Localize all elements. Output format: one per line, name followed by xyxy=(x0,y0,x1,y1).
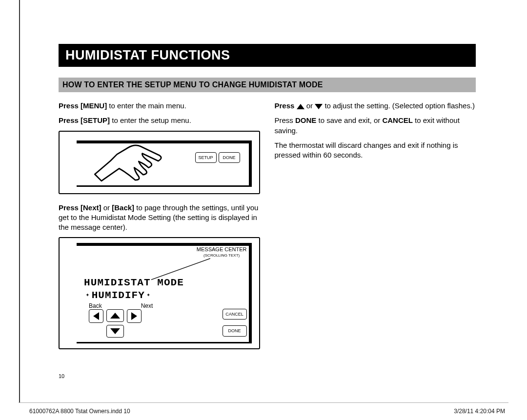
hand-pointing-icon xyxy=(89,137,172,185)
section-subtitle: HOW TO ENTER THE SETUP MENU TO CHANGE HU… xyxy=(59,78,476,92)
label-text: MESSAGE CENTER xyxy=(197,246,247,253)
body-text: to adjust the setting. (Selected option … xyxy=(323,101,475,110)
body-text: or xyxy=(304,101,315,110)
body-text: to enter the main menu. xyxy=(107,101,186,110)
lcd-value: HUMIDIFY xyxy=(92,290,145,301)
triangle-down-icon xyxy=(315,104,323,109)
step-press-next-back: Press [Next] or [Back] to page through t… xyxy=(59,203,260,233)
step-press-arrows: Press or to adjust the setting. (Selecte… xyxy=(275,101,476,111)
bold-text: [Back] xyxy=(112,203,134,212)
body-text: or xyxy=(101,203,112,212)
bold-text: CANCEL xyxy=(382,116,413,124)
flash-indicator-icon: ✦ xyxy=(85,292,90,299)
illustration-setup-hand: SETUP DONE xyxy=(59,131,260,194)
bold-text: Press [MENU] xyxy=(59,101,107,110)
triangle-up-icon xyxy=(110,313,120,319)
footer: 61000762A 8800 Tstat Owners.indd 10 3/28… xyxy=(29,408,505,415)
bold-text: Press [SETUP] xyxy=(59,116,110,124)
back-label: Back xyxy=(89,302,102,310)
done-button[interactable]: DONE xyxy=(219,152,240,163)
bold-text: Press [Next] xyxy=(59,203,101,212)
lcd-display: HUMIDISTAT MODE ✦ HUMIDIFY ✦ xyxy=(84,277,184,301)
svg-line-0 xyxy=(151,259,210,280)
triangle-up-icon xyxy=(297,104,304,109)
triangle-right-icon xyxy=(131,312,137,320)
next-arrow-button[interactable] xyxy=(127,309,142,323)
arrow-button-group xyxy=(89,309,142,338)
up-down-stack xyxy=(106,309,124,338)
footer-rule xyxy=(19,402,508,403)
up-arrow-button[interactable] xyxy=(106,309,124,322)
two-column-body: Press [MENU] to enter the main menu. Pre… xyxy=(59,101,476,358)
bold-text: DONE xyxy=(295,116,316,124)
done-button[interactable]: DONE xyxy=(223,325,247,336)
next-label: Next xyxy=(141,302,153,310)
page-number: 10 xyxy=(59,373,64,379)
cancel-button[interactable]: CANCEL xyxy=(223,309,247,320)
right-column: Press or to adjust the setting. (Selecte… xyxy=(275,101,476,358)
step-press-setup: Press [SETUP] to enter the setup menu. xyxy=(59,116,260,125)
step-timeout-note: The thermostat will discard changes and … xyxy=(275,140,476,160)
triangle-left-icon xyxy=(93,312,99,320)
setup-button[interactable]: SETUP xyxy=(195,152,217,163)
body-text: Press xyxy=(275,116,296,124)
down-arrow-button[interactable] xyxy=(106,325,124,338)
back-arrow-button[interactable] xyxy=(89,309,103,323)
page-left-rule xyxy=(19,0,20,402)
illustration-humidistat-mode: MESSAGE CENTER (SCROLLING TEXT) HUMIDIST… xyxy=(59,237,260,349)
triangle-down-icon xyxy=(110,328,120,334)
body-text: to enter the setup menu. xyxy=(110,116,191,124)
device-buttons-row: SETUP DONE xyxy=(195,152,240,163)
step-done-cancel: Press DONE to save and exit, or CANCEL t… xyxy=(275,116,476,136)
message-center-label: MESSAGE CENTER (SCROLLING TEXT) xyxy=(197,246,247,259)
left-column: Press [MENU] to enter the main menu. Pre… xyxy=(59,101,260,358)
flash-indicator-icon: ✦ xyxy=(146,292,151,299)
bold-text: Press xyxy=(275,101,297,110)
body-text: to save and exit, or xyxy=(316,116,382,124)
nav-labels: Back Next xyxy=(89,302,153,310)
section-title: HUMIDISTAT FUNCTIONS xyxy=(59,44,476,67)
lcd-line-1: HUMIDISTAT MODE xyxy=(84,277,184,288)
footer-filename: 61000762A 8800 Tstat Owners.indd 10 xyxy=(29,408,130,415)
step-press-menu: Press [MENU] to enter the main menu. xyxy=(59,101,260,111)
manual-page: HUMIDISTAT FUNCTIONS HOW TO ENTER THE SE… xyxy=(0,0,527,420)
right-button-column: CANCEL DONE xyxy=(223,309,247,336)
footer-timestamp: 3/28/11 4:20:04 PM xyxy=(454,408,505,415)
lcd-line-2: ✦ HUMIDIFY ✦ xyxy=(84,290,152,301)
